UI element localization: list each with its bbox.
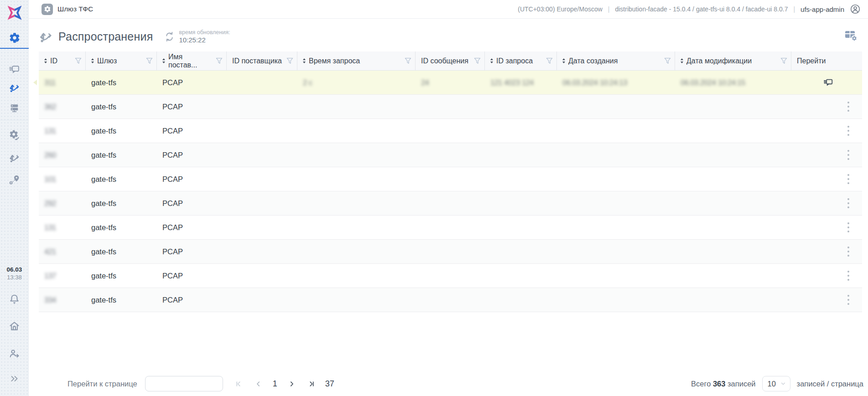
sidebar-item-processing[interactable]: [0, 129, 29, 142]
refresh-icon[interactable]: [164, 31, 175, 42]
cell-id: 362: [39, 95, 86, 118]
app-logo[interactable]: [0, 4, 29, 22]
cell-created_at: [557, 191, 675, 215]
sidebar-item-gateway-settings[interactable]: [0, 31, 29, 45]
table-settings-button[interactable]: [843, 29, 858, 44]
cell-message_id: [416, 119, 485, 143]
row-menu-button[interactable]: [847, 149, 849, 161]
column-label: ID сообщения: [421, 57, 468, 65]
column-header-id[interactable]: ID: [39, 51, 86, 70]
column-header-provider_id[interactable]: ID поставщика: [227, 51, 297, 70]
cell-provider_id: [227, 288, 297, 312]
filter-icon[interactable]: [146, 57, 153, 64]
cell-request_time: [297, 167, 416, 191]
sort-icon[interactable]: [44, 58, 47, 63]
sidebar-item-home[interactable]: [0, 319, 29, 333]
user-avatar-icon[interactable]: [850, 4, 861, 15]
sidebar-item-notifications[interactable]: [0, 292, 29, 306]
sort-icon[interactable]: [562, 58, 565, 63]
cell-id: 292: [39, 191, 86, 215]
cell-gateway: gate-tfs: [86, 216, 157, 239]
sidebar-item-routing[interactable]: [0, 151, 29, 164]
sidebar-item-tracking[interactable]: [0, 173, 29, 186]
row-menu-button[interactable]: [847, 197, 849, 210]
cell-actions: [791, 167, 862, 191]
branch-arrows-icon: [9, 82, 20, 93]
filter-icon[interactable]: [216, 57, 223, 64]
filter-icon[interactable]: [75, 57, 82, 64]
table-row[interactable]: 334gate-tfsPCAP: [39, 288, 862, 312]
filter-icon[interactable]: [405, 57, 411, 64]
current-page[interactable]: 1: [273, 379, 277, 389]
column-label: Шлюз: [97, 57, 117, 65]
column-header-request_time[interactable]: Время запроса: [297, 51, 416, 70]
cell-provider_name: PCAP: [157, 143, 227, 167]
row-menu-button[interactable]: [847, 246, 849, 258]
open-details-button[interactable]: [823, 77, 833, 87]
column-header-modified_at[interactable]: Дата модификации: [675, 51, 791, 70]
date-label: 06.03: [0, 266, 29, 274]
table-row[interactable]: 137gate-tfsPCAP: [39, 264, 862, 288]
app-root: 06.03 13:38: [0, 0, 868, 396]
table-row[interactable]: 292gate-tfsPCAP: [39, 191, 862, 216]
active-section-indicator: [0, 48, 29, 49]
column-header-gateway[interactable]: Шлюз: [86, 51, 157, 70]
table-row[interactable]: 260gate-tfsPCAP: [39, 143, 862, 167]
sidebar-collapse-button[interactable]: [0, 372, 29, 385]
filter-icon[interactable]: [664, 57, 671, 64]
cell-gateway: gate-tfs: [86, 264, 157, 288]
row-menu-button[interactable]: [847, 125, 849, 137]
filter-icon[interactable]: [474, 57, 481, 64]
prev-page-button[interactable]: [254, 379, 263, 389]
goto-page-input[interactable]: [145, 376, 223, 391]
collapse-chevrons-icon: [9, 373, 20, 384]
row-menu-button[interactable]: [847, 101, 849, 113]
sort-icon[interactable]: [303, 58, 306, 63]
table-row[interactable]: 101gate-tfsPCAP: [39, 167, 862, 191]
cell-actions: [791, 119, 862, 143]
sidebar-item-messages[interactable]: [0, 63, 29, 76]
next-page-button[interactable]: [287, 379, 296, 389]
cell-created_at: [557, 95, 675, 118]
filter-icon[interactable]: [780, 57, 787, 64]
column-header-message_id[interactable]: ID сообщения: [416, 51, 485, 70]
main-area: Шлюз ТФС (UTC+03:00) Europe/Moscow | dis…: [29, 0, 868, 396]
table-row[interactable]: 421gate-tfsPCAP: [39, 240, 862, 264]
cell-request_id: [485, 288, 557, 312]
topbar: Шлюз ТФС (UTC+03:00) Europe/Moscow | dis…: [29, 0, 868, 19]
column-header-provider_name[interactable]: Имя постав...: [157, 51, 227, 70]
table-row[interactable]: 311gate-tfsPCAP2 с24121 4023 12406.03.20…: [39, 71, 862, 95]
sort-icon[interactable]: [162, 58, 165, 63]
last-page-button[interactable]: [306, 379, 316, 389]
filter-icon[interactable]: [546, 57, 553, 64]
filter-icon[interactable]: [286, 57, 293, 64]
row-menu-button[interactable]: [847, 294, 849, 306]
cell-created_at: [557, 288, 675, 312]
sidebar-item-servers[interactable]: [0, 101, 29, 114]
sort-icon[interactable]: [681, 58, 683, 63]
sort-icon[interactable]: [91, 58, 94, 63]
sidebar-item-distributions[interactable]: [0, 81, 29, 94]
column-header-request_id[interactable]: ID запроса: [485, 51, 557, 70]
sort-icon[interactable]: [490, 58, 493, 63]
prev-page-icon: [254, 379, 263, 389]
first-page-button[interactable]: [234, 379, 244, 389]
page-size-select[interactable]: 10: [762, 376, 790, 391]
active-row-marker: [33, 80, 37, 85]
row-menu-button[interactable]: [847, 221, 849, 234]
column-header-created_at[interactable]: Дата создания: [557, 51, 675, 70]
next-page-icon: [287, 379, 296, 389]
cell-provider_id: [227, 216, 297, 239]
total-records-count: 363: [713, 380, 726, 388]
cell-provider_id: [227, 71, 297, 94]
row-menu-button[interactable]: [847, 270, 849, 282]
row-menu-button[interactable]: [847, 173, 849, 185]
table-row[interactable]: 131gate-tfsPCAP: [39, 119, 862, 143]
table-row[interactable]: 362gate-tfsPCAP: [39, 95, 862, 119]
sidebar-item-logout[interactable]: [0, 347, 29, 360]
cell-actions: [791, 191, 862, 215]
table-row[interactable]: 131gate-tfsPCAP: [39, 216, 862, 240]
cell-message_id: [416, 143, 485, 167]
table-body: 311gate-tfsPCAP2 с24121 4023 12406.03.20…: [39, 71, 862, 312]
cell-created_at: [557, 119, 675, 143]
